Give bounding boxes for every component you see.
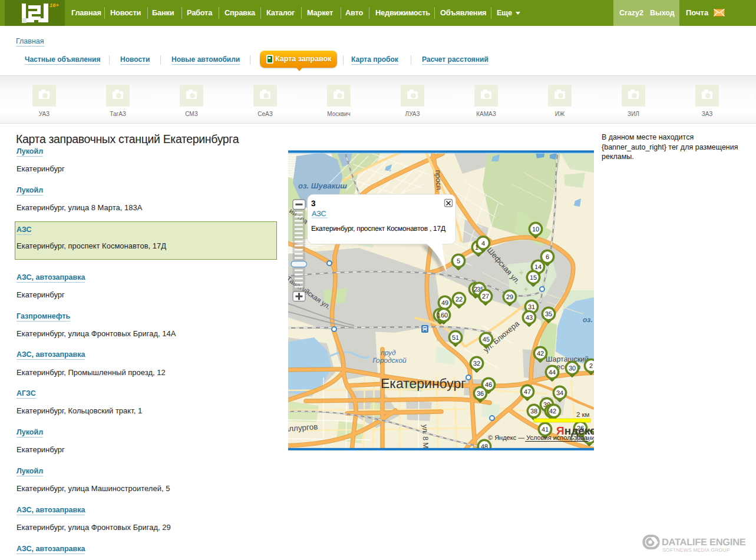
svg-text:42: 42 [537,350,544,357]
svg-text:46: 46 [485,382,492,389]
svg-text:32: 32 [473,360,480,367]
svg-text:30: 30 [569,365,576,372]
svg-text:22: 22 [455,296,463,303]
svg-text:51: 51 [452,334,459,342]
svg-text:пруд: пруд [381,349,396,357]
svg-text:1: 1 [475,244,478,251]
svg-text:27: 27 [482,293,489,300]
svg-text:47: 47 [524,389,531,396]
svg-text:оз. Ш: оз. Ш [583,316,594,324]
svg-text:оз. Шувакиш: оз. Шувакиш [298,181,347,190]
svg-text:АЗС: АЗС [312,210,326,218]
svg-text:2 км: 2 км [576,412,590,419]
svg-text:Городской: Городской [372,356,407,365]
svg-text:38: 38 [530,408,537,415]
svg-text:44: 44 [549,369,556,376]
svg-text:6: 6 [546,254,549,261]
svg-text:5: 5 [457,258,460,265]
svg-text:просп.: просп. [434,170,443,192]
svg-text:10: 10 [532,226,539,233]
svg-text:45: 45 [483,336,490,343]
svg-text:42: 42 [549,408,556,415]
svg-text:3: 3 [311,199,316,208]
svg-text:ул. 8 М: ул. 8 М [421,425,430,449]
svg-text:14: 14 [534,264,542,271]
svg-text:Екатеринбург, проспект Космона: Екатеринбург, проспект Космонавтов , 17Д [311,224,445,233]
svg-text:© Яндекс — Условия использован: © Яндекс — Условия использования [488,435,594,442]
svg-text:Екатеринбург: Екатеринбург [381,376,466,391]
svg-text:49: 49 [441,300,448,307]
svg-text:2: 2 [589,363,593,370]
svg-text:160: 160 [437,312,448,319]
svg-text:SOFTNEWS MEDIA GROUP: SOFTNEWS MEDIA GROUP [662,547,730,553]
svg-text:41: 41 [542,426,549,433]
svg-text:43: 43 [526,314,533,322]
svg-text:29: 29 [506,294,513,301]
svg-text:35: 35 [545,311,552,318]
svg-text:15: 15 [530,274,537,281]
svg-text:4: 4 [481,240,485,247]
svg-text:DATALIFE ENGINE: DATALIFE ENGINE [662,537,746,548]
svg-text:36: 36 [477,390,484,397]
svg-text:Шарташский: Шарташский [546,355,589,363]
svg-text:31: 31 [528,304,535,311]
svg-text:34: 34 [556,390,563,397]
